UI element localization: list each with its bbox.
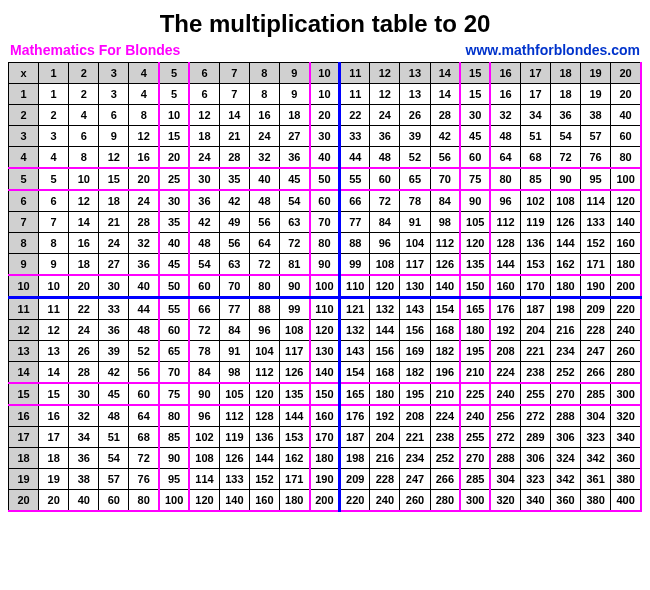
cell: 128: [490, 233, 520, 254]
cell: 24: [69, 320, 99, 341]
cell: 208: [490, 341, 520, 362]
cell: 192: [490, 320, 520, 341]
cell: 306: [520, 448, 550, 469]
cell: 252: [430, 448, 460, 469]
cell: 49: [219, 212, 249, 233]
cell: 84: [219, 320, 249, 341]
row-header: 14: [9, 362, 39, 384]
cell: 51: [520, 126, 550, 147]
cell: 20: [129, 168, 159, 190]
cell: 24: [370, 105, 400, 126]
col-header: 10: [310, 63, 340, 84]
cell: 168: [430, 320, 460, 341]
cell: 20: [39, 490, 69, 512]
cell: 114: [189, 469, 219, 490]
cell: 28: [69, 362, 99, 384]
cell: 224: [430, 405, 460, 427]
cell: 72: [550, 147, 580, 169]
cell: 160: [490, 275, 520, 298]
cell: 7: [39, 212, 69, 233]
cell: 48: [129, 320, 159, 341]
cell: 96: [249, 320, 279, 341]
cell: 380: [611, 469, 641, 490]
cell: 84: [370, 212, 400, 233]
cell: 39: [99, 341, 129, 362]
cell: 8: [69, 147, 99, 169]
row-header: 8: [9, 233, 39, 254]
cell: 150: [460, 275, 490, 298]
cell: 16: [249, 105, 279, 126]
cell: 247: [581, 341, 611, 362]
cell: 13: [400, 84, 430, 105]
cell: 18: [550, 84, 580, 105]
cell: 66: [189, 298, 219, 320]
col-header: 11: [340, 63, 370, 84]
cell: 34: [520, 105, 550, 126]
row-header: 6: [9, 190, 39, 212]
cell: 100: [611, 168, 641, 190]
cell: 15: [159, 126, 189, 147]
cell: 209: [340, 469, 370, 490]
cell: 176: [490, 298, 520, 320]
cell: 112: [430, 233, 460, 254]
cell: 98: [219, 362, 249, 384]
cell: 60: [159, 320, 189, 341]
cell: 3: [39, 126, 69, 147]
cell: 144: [249, 448, 279, 469]
row-header: 16: [9, 405, 39, 427]
cell: 360: [611, 448, 641, 469]
cell: 16: [69, 233, 99, 254]
cell: 14: [430, 84, 460, 105]
cell: 33: [340, 126, 370, 147]
cell: 48: [189, 233, 219, 254]
cell: 272: [520, 405, 550, 427]
cell: 50: [310, 168, 340, 190]
cell: 14: [219, 105, 249, 126]
cell: 144: [490, 254, 520, 276]
col-header: 3: [99, 63, 129, 84]
cell: 9: [39, 254, 69, 276]
cell: 57: [581, 126, 611, 147]
cell: 180: [370, 383, 400, 405]
cell: 35: [159, 212, 189, 233]
cell: 60: [129, 383, 159, 405]
cell: 220: [611, 298, 641, 320]
cell: 63: [219, 254, 249, 276]
cell: 95: [581, 168, 611, 190]
cell: 98: [430, 212, 460, 233]
cell: 38: [581, 105, 611, 126]
col-header: 1: [39, 63, 69, 84]
cell: 195: [400, 383, 430, 405]
cell: 342: [581, 448, 611, 469]
multiplication-table: x123456789101112131415161718192011234567…: [8, 62, 642, 512]
cell: 60: [460, 147, 490, 169]
cell: 24: [189, 147, 219, 169]
cell: 100: [159, 490, 189, 512]
cell: 42: [430, 126, 460, 147]
cell: 32: [129, 233, 159, 254]
cell: 42: [99, 362, 129, 384]
cell: 252: [550, 362, 580, 384]
cell: 306: [550, 427, 580, 448]
cell: 16: [39, 405, 69, 427]
cell: 105: [219, 383, 249, 405]
subhead: Mathematics For Blondes www.mathforblond…: [8, 42, 642, 58]
cell: 182: [430, 341, 460, 362]
cell: 12: [99, 147, 129, 169]
col-header: 13: [400, 63, 430, 84]
row-header: 13: [9, 341, 39, 362]
cell: 21: [219, 126, 249, 147]
cell: 26: [69, 341, 99, 362]
row-header: 7: [9, 212, 39, 233]
cell: 11: [340, 84, 370, 105]
cell: 36: [129, 254, 159, 276]
cell: 108: [550, 190, 580, 212]
cell: 132: [340, 320, 370, 341]
cell: 96: [189, 405, 219, 427]
cell: 80: [310, 233, 340, 254]
cell: 234: [550, 341, 580, 362]
cell: 320: [611, 405, 641, 427]
cell: 154: [340, 362, 370, 384]
cell: 112: [249, 362, 279, 384]
cell: 40: [69, 490, 99, 512]
